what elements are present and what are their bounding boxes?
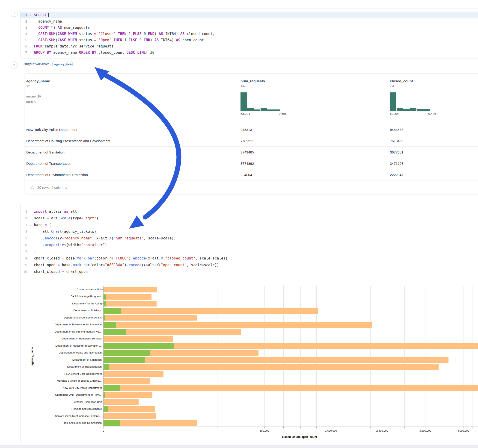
code-line[interactable]: 5 .encode(y="agency_name", x=alt.X("num_… — [20, 235, 478, 242]
open-count-bar[interactable] — [104, 350, 150, 356]
code-line[interactable]: 2scale = alt.Scale(type="sqrt") — [20, 215, 478, 221]
column-header-num_requests[interactable]: num_requestsi6453,3049.5e6 — [240, 79, 310, 115]
code-line[interactable]: 6 .properties(width="container") — [20, 242, 478, 248]
closed-count-bar[interactable] — [104, 287, 157, 292]
code-line[interactable]: 7) — [20, 248, 478, 255]
table-cell: 9443533 — [390, 124, 403, 135]
add-cell-button-top[interactable]: + — [11, 10, 18, 17]
code-line[interactable]: 6FROM sample_data.nyc.service_requests — [20, 43, 478, 49]
table-row[interactable]: Department of Sanitation37494853677651 — [25, 146, 478, 158]
code-line[interactable]: 8chart_closed = base.mark_bar(color="#FF… — [20, 255, 478, 261]
code-text: FROM sample_data.nyc.service_requests — [32, 44, 113, 48]
code-line[interactable]: 3⌄base = ( — [20, 221, 478, 228]
closed-count-bar[interactable] — [104, 294, 151, 300]
x-tick-mark — [463, 427, 464, 428]
code-line[interactable]: 7GROUP BY agency_name ORDER BY closed_co… — [20, 49, 478, 56]
open-count-bar[interactable] — [104, 406, 108, 412]
gridline — [243, 286, 243, 427]
y-category-label: Personal Exemption Unit — [23, 400, 102, 403]
closed-count-bar[interactable] — [104, 315, 197, 321]
table-cell: Department of Housing Preservation and D… — [26, 135, 110, 147]
sql-cell: 1⌄SELECT2 agency_name,3 COUNT(*) AS num_… — [20, 8, 478, 59]
output-variable-label: Output variable: — [24, 62, 49, 66]
code-line[interactable]: 9chart_open = base.mark_bar(color="#8BC3… — [20, 261, 478, 268]
x-tick-mark — [425, 427, 425, 428]
line-number: 8 — [20, 256, 28, 260]
fold-chevron-icon[interactable]: ⌄ — [28, 223, 32, 226]
table-cell: 2240041 — [240, 169, 254, 180]
code-text: scale = alt.Scale(type="sqrt") — [32, 216, 98, 220]
code-line[interactable]: 10chart_closed + chart_open — [20, 268, 478, 275]
open-count-bar[interactable] — [104, 301, 106, 306]
open-count-bar[interactable] — [104, 308, 121, 314]
x-tick-label: 1,600,000 — [318, 429, 344, 432]
open-count-bar[interactable] — [104, 294, 106, 300]
table-footer: 20 rows, 4 columns — [25, 180, 478, 194]
closed-count-bar[interactable] — [104, 399, 138, 405]
closed-count-bar[interactable] — [104, 322, 372, 328]
code-line[interactable]: 2 agency_name, — [20, 18, 478, 25]
closed-count-bar[interactable] — [104, 406, 155, 412]
histogram-bar — [254, 109, 260, 111]
line-number: 7 — [20, 250, 28, 254]
y-category-label: Department of Parks and Recreation — [23, 351, 102, 354]
table-row[interactable]: New York City Police Department945313194… — [25, 124, 478, 135]
x-tick-mark — [345, 427, 345, 428]
table-row[interactable]: Department of Environmental Protection22… — [25, 169, 478, 180]
x-tick-mark — [435, 427, 435, 428]
x-tick-label: 4,000,000 — [451, 429, 476, 432]
sql-code-editor[interactable]: 1⌄SELECT2 agency_name,3 COUNT(*) AS num_… — [20, 12, 478, 56]
gridline — [217, 286, 217, 427]
open-count-bar[interactable] — [104, 329, 126, 335]
code-text: base = ( — [32, 223, 51, 227]
table-row[interactable]: Department of Transportation377489234719… — [25, 158, 478, 169]
code-line[interactable]: 1import altair as alt — [20, 208, 478, 215]
open-count-bar[interactable] — [104, 322, 116, 328]
add-cell-button-middle[interactable]: + — [11, 61, 18, 68]
closed-count-bar[interactable] — [104, 336, 173, 342]
open-count-bar[interactable] — [104, 385, 120, 391]
code-line[interactable]: 4 alt.Chart(agency_tickets) — [20, 228, 478, 235]
x-tick-mark — [394, 427, 394, 428]
closed-count-bar[interactable] — [104, 371, 164, 377]
python-code-editor[interactable]: 1import altair as alt2scale = alt.Scale(… — [20, 208, 478, 275]
histogram-bar — [417, 109, 423, 111]
open-count-bar[interactable] — [104, 357, 145, 363]
x-tick-mark — [454, 427, 454, 428]
closed-count-bar[interactable] — [104, 378, 150, 384]
x-tick-mark — [472, 427, 472, 428]
open-count-bar[interactable] — [104, 364, 109, 370]
column-header-agency_name[interactable]: agency_namestrunique: 20nulls: 0 — [26, 79, 95, 104]
open-count-bar[interactable] — [104, 420, 120, 426]
closed-count-bar[interactable] — [104, 413, 156, 419]
closed-count-bar[interactable] — [104, 364, 439, 370]
search-icon[interactable] — [30, 186, 34, 189]
fold-chevron-icon[interactable]: ⌄ — [28, 14, 32, 17]
code-line[interactable]: 3 COUNT(*) AS num_requests, — [20, 25, 478, 31]
code-line[interactable]: 1⌄SELECT — [20, 12, 478, 18]
x-tick-mark — [104, 427, 104, 428]
y-category-label: Correspondence Unit — [23, 288, 102, 291]
table-cell: Department of Environmental Protection — [26, 169, 88, 180]
line-number: 4 — [20, 230, 28, 233]
closed-count-bar[interactable] — [104, 301, 157, 306]
x-axis-line — [104, 427, 478, 427]
closed-count-bar[interactable] — [104, 357, 448, 363]
y-category-label: Senior Citizen Rent Increase Exempti… — [23, 415, 102, 417]
output-variable-pill[interactable]: agency_tickets — [52, 61, 73, 67]
closed-count-bar[interactable] — [104, 385, 478, 391]
previous-cell-divider — [20, 2, 478, 2]
open-count-bar[interactable] — [104, 343, 174, 349]
table-row[interactable]: Department of Housing Preservation and D… — [25, 135, 478, 146]
open-count-bar[interactable] — [104, 315, 105, 321]
code-text: .encode(y="agency_name", x=alt.X("num_re… — [32, 236, 176, 240]
open-count-bar[interactable] — [104, 392, 105, 398]
code-line[interactable]: 4 CAST(SUM(CASE WHEN status = 'Closed' T… — [20, 31, 478, 37]
x-tick-mark — [243, 427, 243, 428]
y-tick-mark — [102, 304, 104, 304]
closed-count-bar[interactable] — [104, 308, 318, 314]
y-tick-mark — [102, 367, 104, 367]
column-header-closed_count[interactable]: closed_counti6453,3049.4e6 — [390, 79, 459, 115]
closed-count-bar[interactable] — [104, 392, 152, 398]
code-line[interactable]: 5 CAST(SUM(CASE WHEN status = 'Open' THE… — [20, 37, 478, 43]
